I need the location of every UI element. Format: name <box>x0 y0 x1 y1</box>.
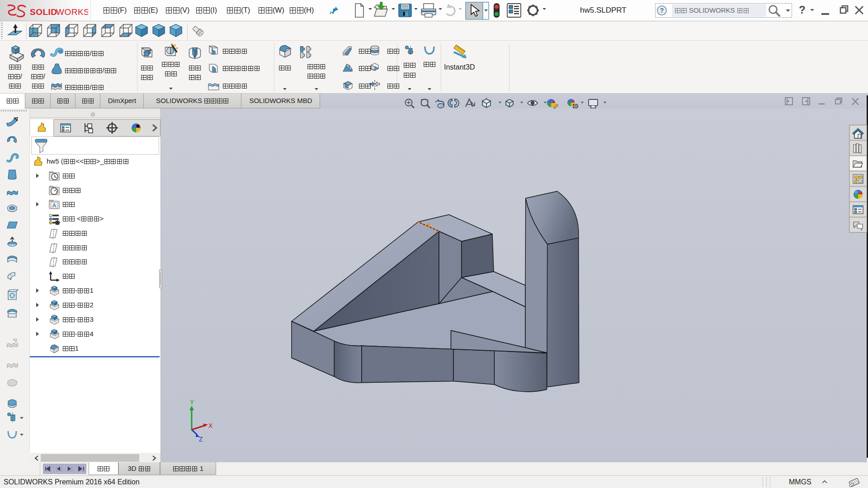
svg-text:X: X <box>208 422 213 429</box>
svg-text:A: A <box>52 202 57 209</box>
svg-text:Z: Z <box>199 436 203 443</box>
svg-text:SOLID: SOLID <box>30 7 57 17</box>
svg-text:WORKS: WORKS <box>56 7 88 17</box>
svg-text:?: ? <box>660 7 664 14</box>
svg-text:Y: Y <box>190 399 194 406</box>
